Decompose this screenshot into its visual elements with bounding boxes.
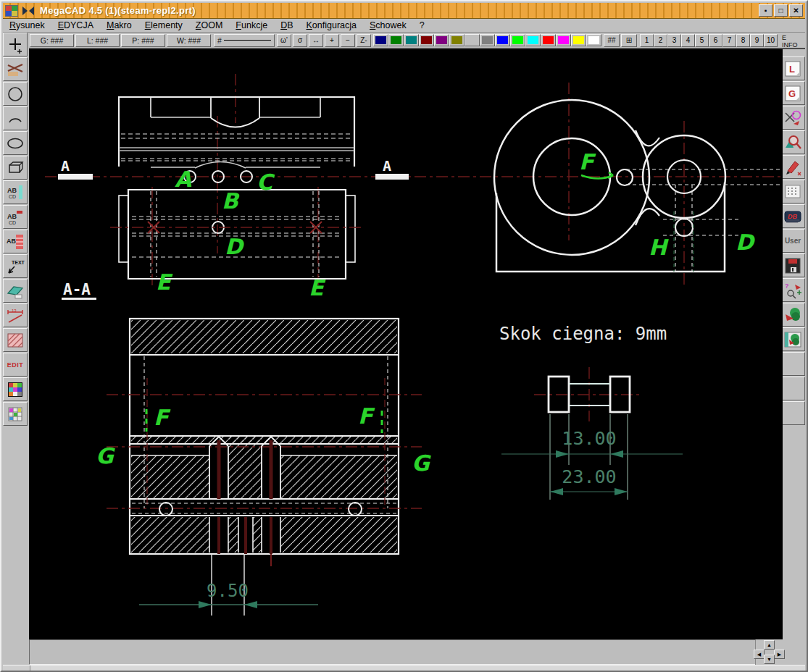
save-button[interactable]: [780, 253, 805, 277]
layer-10-button[interactable]: 10: [764, 34, 778, 47]
menu-help[interactable]: ?: [413, 20, 431, 31]
menu-zoom[interactable]: ZOOM: [189, 20, 230, 31]
color-swatch-blue[interactable]: [495, 34, 510, 46]
color-swatch-yellow[interactable]: [571, 34, 586, 46]
pan-down-button[interactable]: ▼: [764, 655, 775, 664]
app-icon[interactable]: [5, 5, 18, 17]
surface-tool-icon: [6, 282, 25, 301]
menu-elementy[interactable]: Elementy: [138, 20, 189, 31]
shaded-shapes-icon: [783, 306, 802, 324]
layer-8-button[interactable]: 8: [736, 34, 750, 47]
trim-tool-button[interactable]: [3, 57, 28, 81]
delete-tool-button[interactable]: [780, 106, 805, 130]
layer-9-button[interactable]: 9: [750, 34, 764, 47]
menu-funkcje[interactable]: Funkcje: [229, 20, 274, 31]
layer-5-button[interactable]: 5: [695, 34, 709, 47]
menu-db[interactable]: DB: [274, 20, 299, 31]
layer-3-button[interactable]: 3: [667, 34, 681, 47]
pan-right-button[interactable]: ▶: [774, 650, 785, 659]
text-style-2-icon: AB CD: [6, 208, 25, 227]
blank-button-2[interactable]: [780, 377, 805, 400]
menu-edycja[interactable]: EDYCJA: [51, 20, 100, 31]
menu-konfiguracja[interactable]: Konfiguracja: [300, 20, 364, 31]
render-shaded-button[interactable]: [780, 303, 805, 327]
drawing-canvas[interactable]: A A: [29, 49, 783, 639]
layer-6-button[interactable]: 6: [709, 34, 722, 47]
horizontal-scrollbar[interactable]: [29, 639, 755, 665]
minimize-button[interactable]: ▪: [759, 4, 772, 17]
coord-w-field[interactable]: W: ###: [167, 34, 211, 47]
minus-button[interactable]: −: [341, 34, 355, 47]
l-layer-button[interactable]: L: [780, 56, 805, 80]
maximize-button[interactable]: □: [774, 4, 788, 17]
omega-button[interactable]: ω’: [277, 34, 291, 47]
coord-g-field[interactable]: G: ###: [30, 34, 74, 47]
line-style-selector[interactable]: #: [214, 34, 275, 47]
menu-makro[interactable]: Makro: [100, 20, 138, 31]
color-swatch-silver[interactable]: [465, 34, 480, 46]
svg-text:?: ?: [785, 282, 789, 290]
plus-button[interactable]: +: [325, 34, 339, 47]
ellipse-tool-button[interactable]: [3, 131, 28, 155]
point-tool-button[interactable]: [3, 33, 28, 56]
g-layer-button[interactable]: G: [780, 81, 805, 105]
color-swatch-magenta[interactable]: [556, 34, 571, 46]
layer-1-button[interactable]: 1: [640, 34, 654, 47]
surface-tool-button[interactable]: [3, 279, 28, 303]
coord-l-field[interactable]: L: ###: [75, 34, 120, 47]
pencil-tool-button[interactable]: [780, 155, 805, 179]
text-style-3-button[interactable]: AB: [3, 230, 28, 253]
color-swatch-navy[interactable]: [373, 34, 388, 46]
color-swatch-lime[interactable]: [510, 34, 525, 46]
pan-left-button[interactable]: ◀: [754, 650, 765, 659]
dimension-tool-button[interactable]: 13: [3, 303, 28, 327]
color-swatch-white[interactable]: [586, 34, 601, 46]
database-button[interactable]: DB: [780, 204, 805, 228]
grid-window-button[interactable]: ⊞: [621, 34, 637, 47]
close-button[interactable]: ✕: [789, 4, 803, 17]
render-window-button[interactable]: [780, 327, 805, 351]
stretch-button[interactable]: ↔: [309, 34, 323, 47]
blank-button-3[interactable]: [780, 401, 805, 425]
annotation-f1: F: [154, 405, 171, 430]
zoom-tool-button[interactable]: [780, 130, 805, 154]
status-corner-box: [3, 665, 30, 672]
svg-text:DB: DB: [788, 213, 797, 220]
blank-button-1[interactable]: [780, 352, 805, 376]
small-grid-button[interactable]: [3, 402, 28, 426]
grid-snap-button[interactable]: [780, 180, 805, 203]
color-swatch-cyan[interactable]: [525, 34, 541, 46]
text-style-1-button[interactable]: AB CD: [3, 180, 28, 204]
layer-7-button[interactable]: 7: [722, 34, 736, 47]
color-swatch-purple[interactable]: [434, 34, 449, 46]
color-swatch-olive[interactable]: [449, 34, 465, 46]
color-swatch-teal[interactable]: [404, 34, 419, 46]
color-swatch-gray[interactable]: [480, 34, 495, 46]
edit-tool-button[interactable]: EDIT: [3, 353, 28, 377]
circle-tool-button[interactable]: [3, 82, 28, 106]
delete-tool-icon: [783, 109, 802, 127]
text-style-1-icon: AB CD: [6, 183, 25, 202]
options-tools-button[interactable]: ?: [780, 278, 805, 302]
color-swatch-red[interactable]: [541, 34, 556, 46]
menu-schowek[interactable]: Schowek: [363, 20, 413, 31]
color-swatch-green[interactable]: [388, 34, 404, 46]
coord-p-field[interactable]: P: ###: [121, 34, 165, 47]
sigma-button[interactable]: σ: [293, 34, 307, 47]
hatch-tool-button[interactable]: [3, 328, 28, 352]
arc-tool-button[interactable]: [3, 106, 28, 130]
text-tool-button[interactable]: TEXT: [3, 254, 28, 278]
layer-2-button[interactable]: 2: [654, 34, 667, 47]
user-menu-button[interactable]: User: [780, 229, 805, 253]
color-swatch-maroon[interactable]: [419, 34, 434, 46]
text-style-2-button[interactable]: AB CD: [3, 205, 28, 229]
layer-4-button[interactable]: 4: [681, 34, 695, 47]
right-toolbar: L G: [780, 49, 805, 662]
z-button[interactable]: Z-: [357, 34, 371, 47]
palette-grid-button[interactable]: [3, 377, 28, 401]
box-tool-button[interactable]: [3, 156, 28, 180]
title-bar[interactable]: MegaCAD 4.5 (1)(steam-repl2.prt) ▪ □ ✕: [3, 3, 805, 19]
pan-up-button[interactable]: ▲: [764, 640, 775, 650]
hash-layer-button[interactable]: ##: [604, 34, 620, 47]
menu-rysunek[interactable]: Rysunek: [3, 20, 51, 31]
